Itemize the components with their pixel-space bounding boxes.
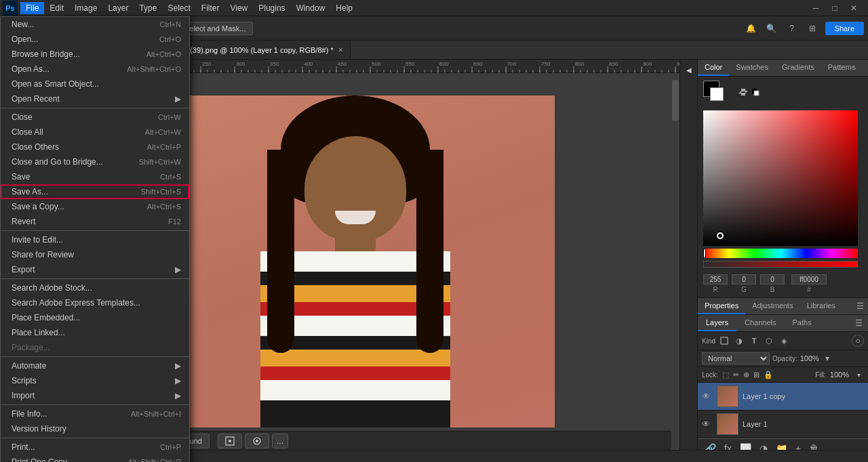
color-picker-gradient[interactable]	[703, 110, 858, 246]
fill-label: Fill:	[815, 371, 826, 379]
lock-position-icon[interactable]: ⊕	[743, 371, 749, 379]
menu-scripts[interactable]: Scripts ▶	[1, 373, 189, 388]
menu-close-go-bridge[interactable]: Close and Go to Bridge... Shift+Ctrl+W	[1, 154, 189, 169]
filter-toggle[interactable]: ○	[852, 335, 864, 347]
menu-place-linked[interactable]: Place Linked...	[1, 325, 189, 340]
menu-help[interactable]: Help	[330, 2, 358, 14]
hue-strip[interactable]	[703, 249, 858, 258]
props-panel-menu[interactable]: ☰	[852, 298, 868, 314]
g-value-input[interactable]	[732, 274, 756, 285]
more-options-button[interactable]: ...	[272, 434, 288, 448]
menu-type[interactable]: Type	[134, 2, 162, 14]
tab-adjustments[interactable]: Adjustments	[745, 298, 800, 314]
tab-color[interactable]: Color	[698, 60, 729, 76]
menu-browse-bridge[interactable]: Browse in Bridge... Alt+Ctrl+O	[1, 47, 189, 62]
mask-btn[interactable]	[245, 434, 269, 448]
fill-dropdown-icon[interactable]: ▾	[853, 369, 864, 380]
layers-panel-menu[interactable]: ☰	[850, 315, 868, 331]
minimize-btn[interactable]: ─	[808, 1, 823, 16]
layer-item-1[interactable]: 👁 Layer 1 copy	[698, 383, 868, 411]
tab-properties[interactable]: Properties	[698, 298, 745, 314]
menu-save[interactable]: Save Ctrl+S	[1, 169, 189, 184]
r-value-input[interactable]	[703, 274, 728, 285]
b-value-input[interactable]	[760, 274, 785, 285]
background-color[interactable]	[710, 87, 724, 101]
share-button[interactable]: Share	[825, 22, 864, 35]
menu-plugins[interactable]: Plugins	[253, 2, 290, 14]
menu-import[interactable]: Import ▶	[1, 388, 189, 403]
scrollbar-vertical-thumb[interactable]	[672, 80, 679, 121]
menu-automate[interactable]: Automate ▶	[1, 358, 189, 373]
tab-paths[interactable]: Paths	[785, 315, 820, 331]
menu-save-copy[interactable]: Save a Copy... Alt+Ctrl+S	[1, 199, 189, 214]
menu-file[interactable]: File	[20, 2, 44, 14]
transform-btn[interactable]	[218, 434, 242, 448]
opacity-dropdown-icon[interactable]: ▾	[822, 353, 833, 364]
collapse-right-icon[interactable]: ◀	[682, 62, 696, 77]
menu-print[interactable]: Print... Ctrl+P	[1, 440, 189, 455]
menu-open[interactable]: Open... Ctrl+O	[1, 32, 189, 47]
teeth	[335, 211, 376, 224]
menu-edit[interactable]: Edit	[44, 2, 69, 14]
menu-file-info[interactable]: File Info... Alt+Shift+Ctrl+I	[1, 406, 189, 421]
layer-1-visibility[interactable]: 👁	[702, 392, 713, 401]
filter-smart-icon[interactable]: ◈	[778, 335, 790, 347]
menu-open-smart-object[interactable]: Open as Smart Object...	[1, 77, 189, 91]
menu-print-one-copy[interactable]: Print One Copy Alt+Shift+Ctrl+P	[1, 455, 189, 462]
tab-channels[interactable]: Channels	[736, 315, 784, 331]
blend-mode-select[interactable]: Normal Multiply Screen	[702, 352, 770, 364]
menu-place-embedded[interactable]: Place Embedded...	[1, 310, 189, 325]
tab-2-close[interactable]: ✕	[338, 46, 343, 54]
filter-pixel-icon[interactable]	[718, 335, 730, 347]
color-panel-menu-icon[interactable]: ☰	[863, 60, 868, 76]
menu-export[interactable]: Export ▶	[1, 262, 189, 277]
alpha-strip[interactable]	[703, 261, 858, 268]
filter-shape-icon[interactable]: ⬡	[763, 335, 775, 347]
search-icon[interactable]: 🔍	[764, 21, 779, 36]
menu-new[interactable]: New... Ctrl+N	[1, 17, 189, 32]
lock-paint-icon[interactable]: ✏	[733, 371, 739, 379]
color-panel-tabs: Color Swatches Gradients Patterns ☰	[698, 60, 868, 77]
menu-layer[interactable]: Layer	[102, 2, 134, 14]
menu-sep-1	[1, 108, 189, 108]
menu-save-as[interactable]: Save As... Shift+Ctrl+S	[1, 184, 189, 199]
reset-colors-icon[interactable]	[751, 87, 760, 97]
layers-panel: Layers Channels Paths ☰ Kind ◑ T ⬡ ◈ ○	[698, 315, 868, 458]
menu-view[interactable]: View	[224, 2, 253, 14]
tab-libraries[interactable]: Libraries	[800, 298, 842, 314]
menu-version-history[interactable]: Version History	[1, 421, 189, 436]
menu-share-review[interactable]: Share for Review	[1, 247, 189, 262]
maximize-btn[interactable]: □	[827, 1, 842, 16]
menu-filter[interactable]: Filter	[196, 2, 225, 14]
lock-all-icon[interactable]: 🔒	[764, 371, 773, 379]
notification-icon[interactable]: 🔔	[744, 21, 759, 36]
filter-adjustment-icon[interactable]: ◑	[733, 335, 745, 347]
menu-search-stock[interactable]: Search Adobe Stock...	[1, 280, 189, 295]
menu-revert[interactable]: Revert F12	[1, 214, 189, 229]
menu-open-as[interactable]: Open As... Alt+Shift+Ctrl+O	[1, 62, 189, 77]
menu-search-express[interactable]: Search Adobe Express Templates...	[1, 295, 189, 310]
menu-image[interactable]: Image	[69, 2, 102, 14]
hex-value-input[interactable]	[791, 274, 827, 285]
lock-artboard-icon[interactable]: ⊞	[753, 371, 760, 379]
menu-open-recent[interactable]: Open Recent ▶	[1, 91, 189, 106]
menu-invite-edit[interactable]: Invite to Edit...	[1, 232, 189, 247]
menu-close-all[interactable]: Close All Alt+Ctrl+W	[1, 125, 189, 140]
scrollbar-vertical[interactable]	[671, 73, 679, 438]
close-btn[interactable]: ✕	[846, 1, 861, 16]
workspace-icon[interactable]: ⊞	[805, 21, 820, 36]
menu-close[interactable]: Close Ctrl+W	[1, 110, 189, 125]
tab-swatches[interactable]: Swatches	[729, 60, 775, 76]
help-icon[interactable]: ?	[785, 21, 800, 36]
menu-window[interactable]: Window	[291, 2, 331, 14]
switch-colors-icon[interactable]	[738, 87, 748, 97]
tab-patterns[interactable]: Patterns	[821, 60, 863, 76]
tab-gradients[interactable]: Gradients	[775, 60, 821, 76]
lock-transparent-icon[interactable]: ⬚	[722, 371, 729, 379]
layer-item-2[interactable]: 👁 Layer 1	[698, 411, 868, 438]
menu-close-others[interactable]: Close Others Alt+Ctrl+P	[1, 140, 189, 154]
filter-type-icon[interactable]: T	[748, 335, 760, 347]
tab-layers[interactable]: Layers	[698, 315, 736, 331]
menu-select[interactable]: Select	[162, 2, 195, 14]
layer-2-visibility[interactable]: 👁	[702, 419, 713, 429]
